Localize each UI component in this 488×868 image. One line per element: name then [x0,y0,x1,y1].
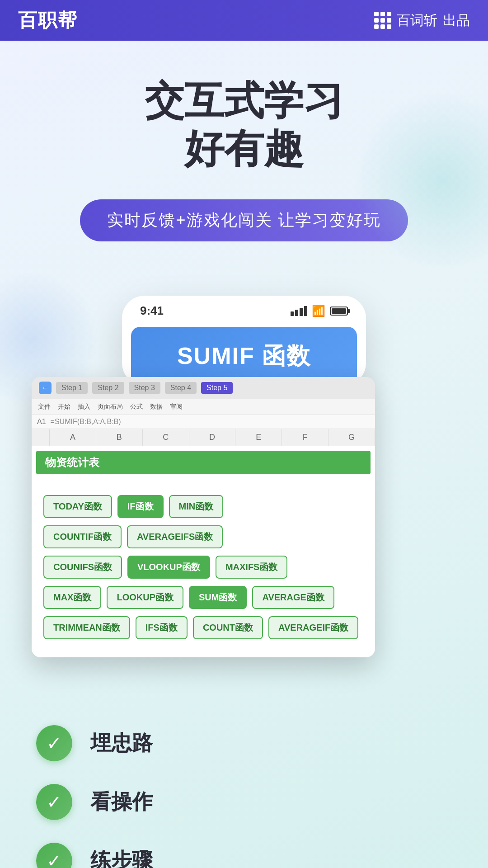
sheet-title: 物资统计表 [36,451,371,474]
checkmark-1: ✓ [47,734,62,752]
brand-suffix: 出品 [443,11,470,30]
step-4[interactable]: Step 4 [165,382,197,394]
checklist-label-1: 埋忠路 [90,729,153,757]
app-header: 百职帮 百词斩 出品 [0,0,488,41]
func-sum[interactable]: SUM函数 [189,586,247,609]
func-average[interactable]: AVERAGE函数 [252,586,334,609]
phone-mockup: 9:41 📶 SUMIF 函数 [122,296,366,386]
toolbar-item-1: 文件 [36,402,52,412]
func-if[interactable]: IF函数 [117,495,164,518]
sumif-title: SUMIF 函数 [149,340,339,372]
grid-header: A B C D E F G [32,429,375,446]
func-row-3: COUNIFS函数 VLOOKUP函数 MAXIFS函数 [41,553,366,581]
toolbar-item-4: 页面布局 [96,402,125,412]
func-row-2: COUNTIF函数 AVERAGEIFS函数 [41,523,366,551]
func-averageifs[interactable]: AVERAGEIFS函数 [127,525,223,548]
excel-data-area: 物资统计表 [32,446,375,483]
func-lookup[interactable]: LOOKUP函数 [107,586,183,609]
excel-toolbar: 文件 开始 插入 页面布局 公式 数据 审阅 [32,399,375,415]
brand-name: 百词斩 [397,11,437,30]
formula-content: =SUMIF(B:B,A:A,B:B) [51,418,370,426]
func-countif[interactable]: COUNTIF函数 [43,525,122,548]
step-2[interactable]: Step 2 [92,382,124,394]
hero-title: 交互式学习 好有趣 [18,77,470,172]
checklist-label-3: 练步骤 [90,847,153,868]
func-maxifs[interactable]: MAXIFS函数 [216,556,288,579]
col-e: E [235,429,282,446]
col-g: G [328,429,375,446]
formula-bar: A1 =SUMIF(B:B,A:A,B:B) [32,415,375,429]
brand-icon [374,12,391,29]
func-trimmean[interactable]: TRIMMEAN函数 [43,616,130,639]
func-today[interactable]: TODAY函数 [43,495,112,518]
hero-title-line2: 好有趣 [184,126,304,171]
signal-icon [291,306,307,316]
back-button[interactable]: ← [39,382,52,394]
func-row-5: TRIMMEAN函数 IFS函数 COUNT函数 AVERAGEIF函数 [41,613,366,642]
status-bar: 9:41 📶 [122,296,366,322]
hero-section: 交互式学习 好有趣 实时反馈+游戏化闯关 让学习变好玩 [0,41,488,269]
col-d: D [189,429,236,446]
toolbar-item-5: 公式 [128,402,145,412]
col-c: C [143,429,189,446]
col-b: B [96,429,143,446]
row-num-header [32,429,50,446]
toolbar-item-3: 插入 [76,402,92,412]
spreadsheet-nav: ← Step 1 Step 2 Step 3 Step 4 Step 5 [32,377,375,399]
cell-ref: A1 [37,418,46,426]
toolbar-item-2: 开始 [56,402,72,412]
toolbar-item-6: 数据 [148,402,164,412]
func-row-4: MAX函数 LOOKUP函数 SUM函数 AVERAGE函数 [41,583,366,612]
toolbar-item-7: 审阅 [168,402,184,412]
app-logo: 百职帮 [18,8,78,33]
checklist-label-2: 看操作 [90,788,153,816]
checklist-item-2: ✓ 看操作 [36,784,452,820]
check-circle-2: ✓ [36,784,72,820]
hero-title-line1: 交互式学习 [145,78,343,123]
clock: 9:41 [140,304,164,318]
checkmark-2: ✓ [47,793,62,811]
check-circle-1: ✓ [36,725,72,761]
function-tags: TODAY函数 IF函数 MIN函数 COUNTIF函数 AVERAGEIFS函… [32,483,375,657]
func-max[interactable]: MAX函数 [43,586,101,609]
func-count[interactable]: COUNT函数 [193,616,263,639]
col-a: A [50,429,96,446]
func-ifs[interactable]: IFS函数 [136,616,188,639]
checklist-item-3: ✓ 练步骤 [36,843,452,868]
checkmark-3: ✓ [47,852,62,868]
hero-badge: 实时反馈+游戏化闯关 让学习变好玩 [80,199,408,241]
checklist-area: ✓ 埋忠路 ✓ 看操作 ✓ 练步骤 [0,712,488,868]
check-circle-3: ✓ [36,843,72,868]
status-icons: 📶 [291,305,348,317]
step-1[interactable]: Step 1 [56,382,88,394]
battery-icon [330,307,348,316]
spreadsheet-card: ← Step 1 Step 2 Step 3 Step 4 Step 5 文件 … [32,377,375,657]
func-min[interactable]: MIN函数 [169,495,224,518]
brand-area: 百词斩 出品 [374,11,470,30]
mockup-area: 9:41 📶 SUMIF 函数 ← Step 1 St [41,296,447,703]
step-3[interactable]: Step 3 [129,382,160,394]
col-f: F [282,429,328,446]
func-row-1: TODAY函数 IF函数 MIN函数 [41,492,366,521]
step-5-active[interactable]: Step 5 [201,382,233,394]
checklist-item-1: ✓ 埋忠路 [36,725,452,761]
func-vlookup[interactable]: VLOOKUP函数 [127,556,210,579]
wifi-icon: 📶 [312,305,325,317]
func-averageif[interactable]: AVERAGEIF函数 [268,616,358,639]
func-counifs[interactable]: COUNIFS函数 [43,556,122,579]
